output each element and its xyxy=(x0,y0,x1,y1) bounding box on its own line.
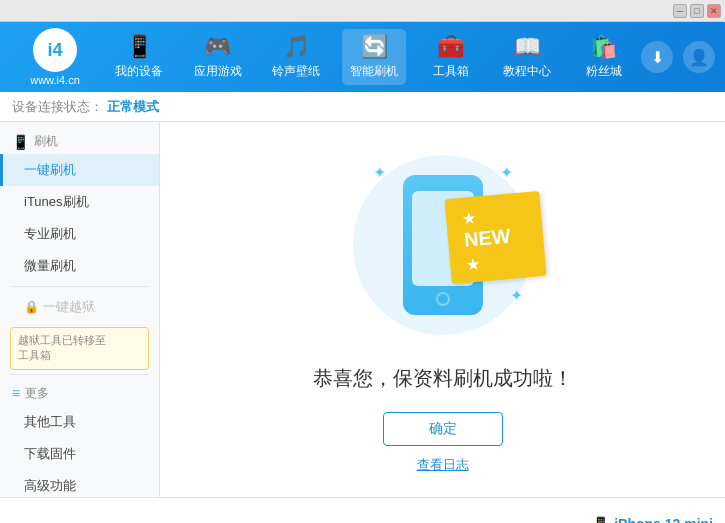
nav-tutorial-label: 教程中心 xyxy=(503,63,551,80)
sidebar-item-pro-flash[interactable]: 专业刷机 xyxy=(0,218,159,250)
nav-smart-flash[interactable]: 🔄 智能刷机 xyxy=(342,29,406,85)
success-text: 恭喜您，保资料刷机成功啦！ xyxy=(313,365,573,392)
main-layout: 📱 刷机 一键刷机 iTunes刷机 专业刷机 微量刷机 🔒 一键越狱 越狱工具… xyxy=(0,122,725,497)
sidebar-item-other-tools[interactable]: 其他工具 xyxy=(0,406,159,438)
minimize-btn[interactable]: ─ xyxy=(673,4,687,18)
sidebar-more-label: 更多 xyxy=(25,385,49,402)
status-label-text: 设备连接状态： xyxy=(12,98,103,116)
confirm-button[interactable]: 确定 xyxy=(383,412,503,446)
user-btn[interactable]: 👤 xyxy=(683,41,715,73)
nav-fan-city-label: 粉丝城 xyxy=(586,63,622,80)
nav-ringtones-icon: 🎵 xyxy=(283,34,310,60)
nav-toolbox[interactable]: 🧰 工具箱 xyxy=(421,29,481,85)
header: i4 www.i4.cn 📱 我的设备 🎮 应用游戏 🎵 铃声壁纸 🔄 智能刷机… xyxy=(0,22,725,92)
nav-bar: 📱 我的设备 🎮 应用游戏 🎵 铃声壁纸 🔄 智能刷机 🧰 工具箱 📖 教程中心… xyxy=(100,29,641,85)
maximize-btn[interactable]: □ xyxy=(690,4,704,18)
nav-smart-flash-icon: 🔄 xyxy=(361,34,388,60)
nav-fan-city-icon: 🛍️ xyxy=(590,34,617,60)
nav-my-device[interactable]: 📱 我的设备 xyxy=(107,29,171,85)
sidebar-flash-label: 刷机 xyxy=(34,133,58,150)
sidebar-divider-2 xyxy=(10,374,149,375)
sparkle-icon-1: ✦ xyxy=(373,163,386,182)
nav-ringtones[interactable]: 🎵 铃声壁纸 xyxy=(264,29,328,85)
status-bar: 设备连接状态： 正常模式 xyxy=(0,92,725,122)
device-info: 📱 iPhone 12 mini 64GB Down-12mini-13,1 xyxy=(592,516,713,524)
close-btn[interactable]: ✕ xyxy=(707,4,721,18)
nav-apps-games-icon: 🎮 xyxy=(204,34,231,60)
nav-my-device-label: 我的设备 xyxy=(115,63,163,80)
sparkle-icon-2: ✦ xyxy=(500,163,513,182)
device-phone-icon: 📱 xyxy=(592,516,609,524)
content-area: ✦ ✦ ✦ NEW 恭喜您，保资料刷机成功啦！ 确定 查看日志 xyxy=(160,122,725,497)
sidebar-item-advanced[interactable]: 高级功能 xyxy=(0,470,159,497)
sidebar-section-more[interactable]: ≡ 更多 xyxy=(0,379,159,406)
title-bar: ─ □ ✕ xyxy=(0,0,725,22)
sidebar-item-itunes-flash[interactable]: iTunes刷机 xyxy=(0,186,159,218)
logo-subtext: www.i4.cn xyxy=(30,74,80,86)
sidebar-item-micro-flash[interactable]: 微量刷机 xyxy=(0,250,159,282)
nav-fan-city[interactable]: 🛍️ 粉丝城 xyxy=(574,29,634,85)
sidebar-jailbreak-note: 越狱工具已转移至工具箱 xyxy=(10,327,149,370)
nav-smart-flash-label: 智能刷机 xyxy=(350,63,398,80)
sidebar-section-flash[interactable]: 📱 刷机 xyxy=(0,127,159,154)
phone-home-btn xyxy=(436,292,450,306)
nav-ringtones-label: 铃声壁纸 xyxy=(272,63,320,80)
sidebar: 📱 刷机 一键刷机 iTunes刷机 专业刷机 微量刷机 🔒 一键越狱 越狱工具… xyxy=(0,122,160,497)
nav-toolbox-label: 工具箱 xyxy=(433,63,469,80)
nav-apps-games-label: 应用游戏 xyxy=(194,63,242,80)
try-link[interactable]: 查看日志 xyxy=(417,456,469,474)
new-badge: NEW xyxy=(444,191,546,284)
device-bar: 自动验证 跳过向导 📱 iPhone 12 mini 64GB Down-12m… xyxy=(0,497,725,523)
device-name-row: 📱 iPhone 12 mini xyxy=(592,516,713,524)
logo-letter: i4 xyxy=(47,40,62,61)
window-controls[interactable]: ─ □ ✕ xyxy=(673,4,721,18)
header-right: ⬇ 👤 xyxy=(641,41,715,73)
nav-toolbox-icon: 🧰 xyxy=(437,34,464,60)
logo-area: i4 www.i4.cn xyxy=(10,28,100,86)
lock-icon: 🔒 xyxy=(24,300,39,314)
sparkle-icon-3: ✦ xyxy=(510,286,523,305)
status-value-text: 正常模式 xyxy=(107,98,159,116)
download-btn[interactable]: ⬇ xyxy=(641,41,673,73)
device-name-text: iPhone 12 mini xyxy=(614,516,713,524)
sidebar-divider-1 xyxy=(10,286,149,287)
sidebar-flash-icon: 📱 xyxy=(12,134,29,150)
sidebar-item-one-click-flash[interactable]: 一键刷机 xyxy=(0,154,159,186)
logo-icon: i4 xyxy=(33,28,77,72)
sidebar-more-icon: ≡ xyxy=(12,385,20,401)
nav-apps-games[interactable]: 🎮 应用游戏 xyxy=(186,29,250,85)
nav-tutorial[interactable]: 📖 教程中心 xyxy=(495,29,559,85)
sidebar-item-download-fw[interactable]: 下载固件 xyxy=(0,438,159,470)
sidebar-item-jailbreak-disabled: 🔒 一键越狱 xyxy=(0,291,159,323)
phone-illustration: ✦ ✦ ✦ NEW xyxy=(343,145,543,345)
nav-tutorial-icon: 📖 xyxy=(514,34,541,60)
nav-my-device-icon: 📱 xyxy=(126,34,153,60)
